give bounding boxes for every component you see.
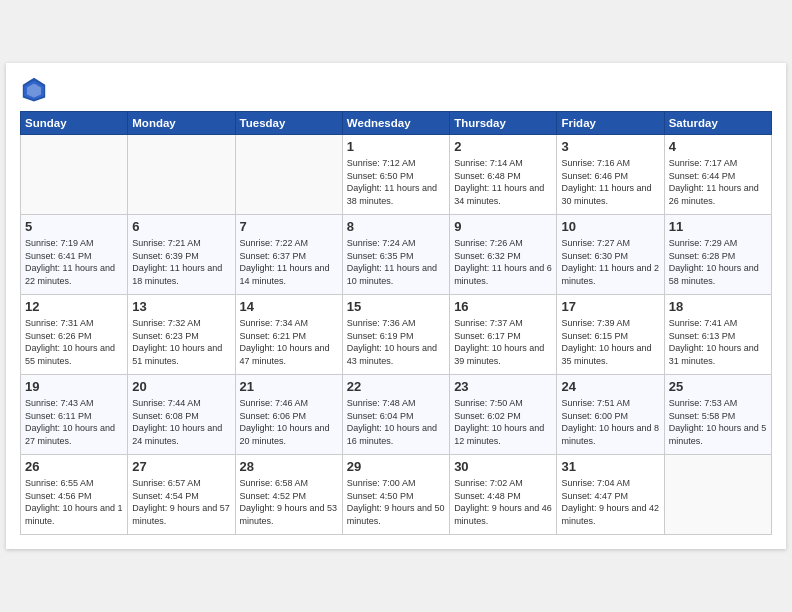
day-number: 3 — [561, 139, 659, 154]
weekday-header-row: SundayMondayTuesdayWednesdayThursdayFrid… — [21, 112, 772, 135]
calendar-cell: 9Sunrise: 7:26 AMSunset: 6:32 PMDaylight… — [450, 215, 557, 295]
day-number: 28 — [240, 459, 338, 474]
calendar-cell: 16Sunrise: 7:37 AMSunset: 6:17 PMDayligh… — [450, 295, 557, 375]
calendar-cell: 17Sunrise: 7:39 AMSunset: 6:15 PMDayligh… — [557, 295, 664, 375]
day-number: 15 — [347, 299, 445, 314]
day-info: Sunrise: 7:36 AMSunset: 6:19 PMDaylight:… — [347, 317, 445, 367]
day-number: 6 — [132, 219, 230, 234]
day-number: 19 — [25, 379, 123, 394]
calendar-cell: 3Sunrise: 7:16 AMSunset: 6:46 PMDaylight… — [557, 135, 664, 215]
day-number: 25 — [669, 379, 767, 394]
day-info: Sunrise: 7:04 AMSunset: 4:47 PMDaylight:… — [561, 477, 659, 527]
day-number: 5 — [25, 219, 123, 234]
calendar-cell — [664, 455, 771, 535]
calendar-cell: 21Sunrise: 7:46 AMSunset: 6:06 PMDayligh… — [235, 375, 342, 455]
calendar-cell: 10Sunrise: 7:27 AMSunset: 6:30 PMDayligh… — [557, 215, 664, 295]
header — [20, 75, 772, 103]
day-info: Sunrise: 7:27 AMSunset: 6:30 PMDaylight:… — [561, 237, 659, 287]
day-number: 20 — [132, 379, 230, 394]
calendar-week-row: 1Sunrise: 7:12 AMSunset: 6:50 PMDaylight… — [21, 135, 772, 215]
day-info: Sunrise: 7:39 AMSunset: 6:15 PMDaylight:… — [561, 317, 659, 367]
day-info: Sunrise: 7:32 AMSunset: 6:23 PMDaylight:… — [132, 317, 230, 367]
day-number: 10 — [561, 219, 659, 234]
weekday-header-saturday: Saturday — [664, 112, 771, 135]
day-number: 18 — [669, 299, 767, 314]
day-info: Sunrise: 6:55 AMSunset: 4:56 PMDaylight:… — [25, 477, 123, 527]
calendar-week-row: 19Sunrise: 7:43 AMSunset: 6:11 PMDayligh… — [21, 375, 772, 455]
day-number: 2 — [454, 139, 552, 154]
calendar-cell: 22Sunrise: 7:48 AMSunset: 6:04 PMDayligh… — [342, 375, 449, 455]
weekday-header-monday: Monday — [128, 112, 235, 135]
day-info: Sunrise: 7:31 AMSunset: 6:26 PMDaylight:… — [25, 317, 123, 367]
calendar-cell: 31Sunrise: 7:04 AMSunset: 4:47 PMDayligh… — [557, 455, 664, 535]
day-number: 12 — [25, 299, 123, 314]
calendar-cell: 20Sunrise: 7:44 AMSunset: 6:08 PMDayligh… — [128, 375, 235, 455]
calendar-cell: 4Sunrise: 7:17 AMSunset: 6:44 PMDaylight… — [664, 135, 771, 215]
calendar-cell: 7Sunrise: 7:22 AMSunset: 6:37 PMDaylight… — [235, 215, 342, 295]
weekday-header-sunday: Sunday — [21, 112, 128, 135]
calendar-cell: 12Sunrise: 7:31 AMSunset: 6:26 PMDayligh… — [21, 295, 128, 375]
calendar-cell: 28Sunrise: 6:58 AMSunset: 4:52 PMDayligh… — [235, 455, 342, 535]
calendar-cell — [128, 135, 235, 215]
calendar-cell: 24Sunrise: 7:51 AMSunset: 6:00 PMDayligh… — [557, 375, 664, 455]
calendar-cell: 25Sunrise: 7:53 AMSunset: 5:58 PMDayligh… — [664, 375, 771, 455]
calendar-cell: 1Sunrise: 7:12 AMSunset: 6:50 PMDaylight… — [342, 135, 449, 215]
day-number: 16 — [454, 299, 552, 314]
calendar-week-row: 26Sunrise: 6:55 AMSunset: 4:56 PMDayligh… — [21, 455, 772, 535]
day-number: 23 — [454, 379, 552, 394]
day-info: Sunrise: 7:02 AMSunset: 4:48 PMDaylight:… — [454, 477, 552, 527]
calendar-cell: 8Sunrise: 7:24 AMSunset: 6:35 PMDaylight… — [342, 215, 449, 295]
calendar-cell: 27Sunrise: 6:57 AMSunset: 4:54 PMDayligh… — [128, 455, 235, 535]
day-number: 26 — [25, 459, 123, 474]
day-number: 9 — [454, 219, 552, 234]
day-number: 4 — [669, 139, 767, 154]
calendar-container: SundayMondayTuesdayWednesdayThursdayFrid… — [6, 63, 786, 549]
day-info: Sunrise: 7:41 AMSunset: 6:13 PMDaylight:… — [669, 317, 767, 367]
day-number: 14 — [240, 299, 338, 314]
calendar-cell: 15Sunrise: 7:36 AMSunset: 6:19 PMDayligh… — [342, 295, 449, 375]
day-number: 22 — [347, 379, 445, 394]
day-info: Sunrise: 7:14 AMSunset: 6:48 PMDaylight:… — [454, 157, 552, 207]
day-info: Sunrise: 7:53 AMSunset: 5:58 PMDaylight:… — [669, 397, 767, 447]
calendar-cell — [21, 135, 128, 215]
calendar-week-row: 5Sunrise: 7:19 AMSunset: 6:41 PMDaylight… — [21, 215, 772, 295]
calendar-cell: 23Sunrise: 7:50 AMSunset: 6:02 PMDayligh… — [450, 375, 557, 455]
day-info: Sunrise: 7:50 AMSunset: 6:02 PMDaylight:… — [454, 397, 552, 447]
calendar-cell: 2Sunrise: 7:14 AMSunset: 6:48 PMDaylight… — [450, 135, 557, 215]
day-info: Sunrise: 7:48 AMSunset: 6:04 PMDaylight:… — [347, 397, 445, 447]
calendar-table: SundayMondayTuesdayWednesdayThursdayFrid… — [20, 111, 772, 535]
calendar-cell: 6Sunrise: 7:21 AMSunset: 6:39 PMDaylight… — [128, 215, 235, 295]
day-info: Sunrise: 7:26 AMSunset: 6:32 PMDaylight:… — [454, 237, 552, 287]
day-info: Sunrise: 7:16 AMSunset: 6:46 PMDaylight:… — [561, 157, 659, 207]
day-number: 1 — [347, 139, 445, 154]
calendar-cell: 11Sunrise: 7:29 AMSunset: 6:28 PMDayligh… — [664, 215, 771, 295]
day-number: 17 — [561, 299, 659, 314]
day-info: Sunrise: 7:37 AMSunset: 6:17 PMDaylight:… — [454, 317, 552, 367]
weekday-header-wednesday: Wednesday — [342, 112, 449, 135]
calendar-cell: 13Sunrise: 7:32 AMSunset: 6:23 PMDayligh… — [128, 295, 235, 375]
calendar-cell — [235, 135, 342, 215]
day-info: Sunrise: 7:17 AMSunset: 6:44 PMDaylight:… — [669, 157, 767, 207]
day-info: Sunrise: 7:12 AMSunset: 6:50 PMDaylight:… — [347, 157, 445, 207]
day-number: 11 — [669, 219, 767, 234]
calendar-week-row: 12Sunrise: 7:31 AMSunset: 6:26 PMDayligh… — [21, 295, 772, 375]
day-info: Sunrise: 7:22 AMSunset: 6:37 PMDaylight:… — [240, 237, 338, 287]
day-info: Sunrise: 7:43 AMSunset: 6:11 PMDaylight:… — [25, 397, 123, 447]
day-info: Sunrise: 7:44 AMSunset: 6:08 PMDaylight:… — [132, 397, 230, 447]
day-info: Sunrise: 7:21 AMSunset: 6:39 PMDaylight:… — [132, 237, 230, 287]
calendar-cell: 26Sunrise: 6:55 AMSunset: 4:56 PMDayligh… — [21, 455, 128, 535]
calendar-cell: 5Sunrise: 7:19 AMSunset: 6:41 PMDaylight… — [21, 215, 128, 295]
day-info: Sunrise: 7:00 AMSunset: 4:50 PMDaylight:… — [347, 477, 445, 527]
day-info: Sunrise: 7:24 AMSunset: 6:35 PMDaylight:… — [347, 237, 445, 287]
day-number: 13 — [132, 299, 230, 314]
day-info: Sunrise: 7:19 AMSunset: 6:41 PMDaylight:… — [25, 237, 123, 287]
day-info: Sunrise: 7:34 AMSunset: 6:21 PMDaylight:… — [240, 317, 338, 367]
weekday-header-friday: Friday — [557, 112, 664, 135]
day-info: Sunrise: 7:51 AMSunset: 6:00 PMDaylight:… — [561, 397, 659, 447]
calendar-cell: 29Sunrise: 7:00 AMSunset: 4:50 PMDayligh… — [342, 455, 449, 535]
day-number: 24 — [561, 379, 659, 394]
calendar-cell: 18Sunrise: 7:41 AMSunset: 6:13 PMDayligh… — [664, 295, 771, 375]
day-info: Sunrise: 6:57 AMSunset: 4:54 PMDaylight:… — [132, 477, 230, 527]
day-number: 8 — [347, 219, 445, 234]
weekday-header-thursday: Thursday — [450, 112, 557, 135]
